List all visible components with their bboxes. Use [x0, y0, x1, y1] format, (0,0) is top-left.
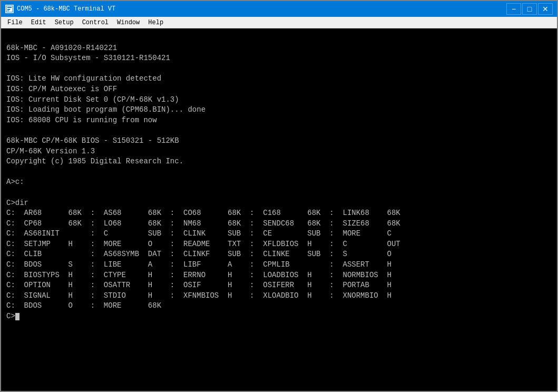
terminal-output[interactable]: 68k-MBC - A091020-R140221 IOS - I/O Subs…	[1, 28, 557, 391]
terminal-cursor	[15, 313, 19, 320]
menu-item-control[interactable]: Control	[78, 18, 113, 27]
close-button[interactable]: ✕	[538, 3, 553, 15]
minimize-button[interactable]: −	[506, 3, 521, 15]
menu-item-setup[interactable]: Setup	[51, 18, 78, 27]
app-icon	[5, 5, 14, 13]
main-window: COM5 - 68k-MBC Terminal VT − □ ✕ FileEdi…	[0, 0, 558, 392]
maximize-button[interactable]: □	[522, 3, 537, 15]
menu-item-edit[interactable]: Edit	[27, 18, 51, 27]
svg-rect-1	[7, 7, 12, 8]
title-bar-left: COM5 - 68k-MBC Terminal VT	[5, 5, 115, 13]
title-bar-buttons: − □ ✕	[506, 3, 553, 15]
menu-item-help[interactable]: Help	[144, 18, 168, 27]
menu-bar: FileEditSetupControlWindowHelp	[1, 17, 557, 28]
menu-item-window[interactable]: Window	[113, 18, 144, 27]
title-bar: COM5 - 68k-MBC Terminal VT − □ ✕	[1, 1, 557, 17]
menu-item-file[interactable]: File	[3, 18, 27, 27]
svg-rect-3	[7, 11, 9, 11]
window-title: COM5 - 68k-MBC Terminal VT	[17, 5, 115, 13]
svg-rect-2	[7, 9, 10, 10]
